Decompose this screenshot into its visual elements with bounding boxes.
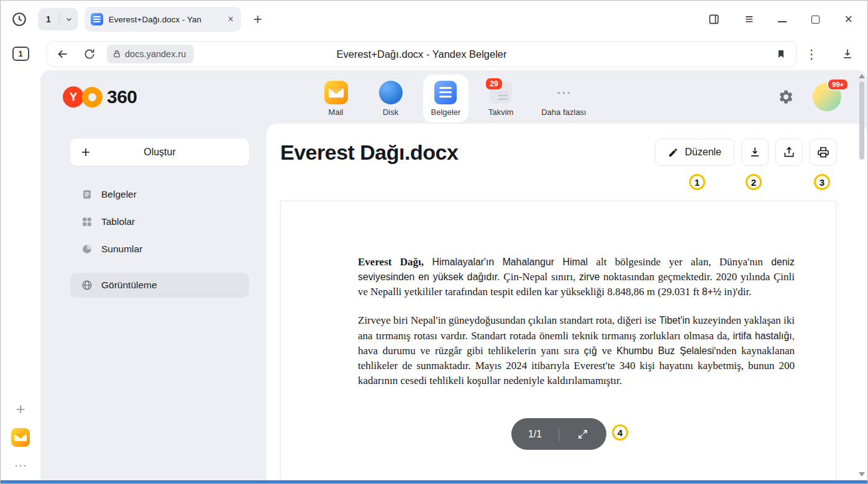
- document-panel: Everest Dağı.docx Düzenle: [267, 124, 867, 480]
- downloads-icon[interactable]: [841, 48, 854, 60]
- sidebar-item-presentations[interactable]: Sunumlar: [70, 237, 249, 262]
- sidebar-item-tables[interactable]: Tablolar: [70, 209, 249, 234]
- bookmark-icon[interactable]: [776, 48, 786, 60]
- yandex360-logo[interactable]: Y 360: [63, 86, 137, 107]
- strip-add-icon[interactable]: +: [16, 401, 25, 417]
- sidebar-item-label: Sunumlar: [101, 244, 142, 255]
- page-count: 1/1: [511, 429, 559, 440]
- download-icon: [749, 146, 761, 158]
- service-disk[interactable]: Disk: [368, 75, 413, 122]
- docs-favicon-icon: [91, 13, 103, 25]
- doc-paragraph: Everest Dağı, Himalayalar'ın Mahalangur …: [358, 255, 795, 299]
- tab-close-icon[interactable]: ×: [226, 14, 234, 25]
- browser-window: 1 Everest+Dağı.docx - Yan × + ≡ ×: [0, 0, 868, 484]
- close-button[interactable]: ×: [844, 12, 852, 26]
- settings-button[interactable]: [778, 89, 794, 105]
- url-chip[interactable]: docs.yandex.ru: [107, 45, 194, 63]
- sidebar-item-label: Tablolar: [101, 216, 135, 227]
- scrollbar-thumb[interactable]: [859, 81, 864, 160]
- edit-label: Düzenle: [685, 147, 721, 158]
- logo-y-icon: Y: [63, 86, 84, 107]
- tab-counter: 1: [38, 14, 59, 24]
- strip-more-icon[interactable]: ⋯: [14, 458, 27, 473]
- history-button[interactable]: [11, 11, 28, 28]
- download-button[interactable]: [741, 139, 769, 166]
- address-bar-row: docs.yandex.ru Everest+Dağı.docx - Yande…: [40, 38, 867, 70]
- plus-icon: [80, 147, 91, 158]
- document-header: Everest Dağı.docx Düzenle: [267, 124, 867, 166]
- scroll-up-icon[interactable]: [859, 74, 865, 78]
- window-controls: ≡ ×: [708, 12, 852, 26]
- more-dots-icon: ⋯: [556, 83, 571, 102]
- pie-chart-icon: [81, 244, 93, 255]
- service-label: Belgeler: [431, 107, 461, 117]
- browser-kebab-icon[interactable]: ⋮: [804, 47, 819, 62]
- logo-o-icon: [82, 87, 103, 107]
- service-mail[interactable]: Mail: [314, 75, 359, 122]
- new-tab-button[interactable]: +: [250, 12, 266, 27]
- omnibox[interactable]: docs.yandex.ru Everest+Dağı.docx - Yande…: [47, 41, 797, 67]
- url-text: docs.yandex.ru: [125, 49, 186, 59]
- doc-paragraph: Zirveye biri Nepal'in güneydoğusundan çı…: [358, 313, 795, 388]
- globe-icon: [81, 280, 93, 291]
- avatar[interactable]: 99+: [813, 83, 841, 111]
- sidebar-item-label: Görüntüleme: [101, 280, 157, 291]
- page-indicator-pill[interactable]: 1/1: [511, 418, 606, 450]
- logo-brand: 360: [107, 86, 137, 107]
- app-header: Y 360 Mail Disk Belgeler: [40, 70, 867, 124]
- documents-icon: [434, 81, 457, 104]
- expand-icon: [577, 429, 588, 440]
- menu-icon[interactable]: ≡: [745, 12, 753, 26]
- yandex360-app: Y 360 Mail Disk Belgeler: [40, 70, 867, 480]
- notification-badge: 99+: [827, 78, 849, 91]
- sidebar-item-label: Belgeler: [101, 189, 137, 200]
- calendar-icon: 29: [490, 81, 512, 104]
- sidebar-nav: Belgeler Tablolar Sunumlar: [40, 182, 267, 298]
- tab-title: Everest+Dağı.docx - Yan: [109, 15, 221, 24]
- browser-side-strip: 1 + ⋯: [1, 38, 40, 480]
- print-button[interactable]: [810, 139, 837, 166]
- sidebar: Oluştur Belgeler Tablolar: [40, 124, 267, 480]
- mail-icon: [324, 81, 348, 104]
- service-label: Takvim: [488, 107, 513, 117]
- annotation-marker-2: 2: [746, 174, 762, 190]
- table-icon: [81, 216, 93, 227]
- annotation-marker-4: 4: [612, 424, 628, 441]
- chevron-down-icon[interactable]: [60, 16, 78, 23]
- document-title: Everest Dağı.docx: [280, 140, 458, 165]
- lock-icon: [112, 50, 121, 58]
- minimize-button[interactable]: [778, 21, 787, 22]
- create-button[interactable]: Oluştur: [70, 139, 249, 166]
- service-more[interactable]: ⋯ Daha fazlası: [533, 75, 594, 122]
- fullscreen-button[interactable]: [559, 429, 606, 440]
- service-label: Disk: [383, 107, 398, 117]
- calendar-badge: 29: [486, 78, 501, 89]
- sidebar-item-viewing[interactable]: Görüntüleme: [70, 273, 249, 298]
- back-icon[interactable]: [56, 47, 70, 61]
- service-switcher: Mail Disk Belgeler 29 Takvim: [314, 75, 595, 122]
- share-icon: [783, 146, 795, 158]
- service-label: Daha fazlası: [541, 107, 586, 117]
- document-text: Everest Dağı, Himalayalar'ın Mahalangur …: [281, 201, 836, 388]
- gear-icon: [778, 89, 794, 105]
- annotation-marker-3: 3: [814, 174, 830, 190]
- tab-group-chip[interactable]: 1: [38, 8, 78, 30]
- clock-icon: [11, 11, 27, 27]
- share-button[interactable]: [775, 139, 803, 166]
- reload-icon[interactable]: [83, 48, 96, 60]
- service-calendar[interactable]: 29 Takvim: [478, 75, 523, 122]
- service-docs[interactable]: Belgeler: [423, 75, 469, 122]
- yandex-mail-icon[interactable]: [11, 428, 30, 447]
- edit-button[interactable]: Düzenle: [655, 139, 734, 166]
- disk-icon: [379, 81, 403, 104]
- maximize-button[interactable]: [811, 16, 820, 24]
- tab-count-badge[interactable]: 1: [12, 47, 29, 61]
- active-tab[interactable]: Everest+Dağı.docx - Yan ×: [85, 7, 241, 32]
- scrollbar[interactable]: [857, 71, 866, 479]
- scroll-down-icon[interactable]: [859, 472, 865, 477]
- side-panel-icon[interactable]: [708, 13, 720, 25]
- create-label: Oluştur: [70, 147, 249, 158]
- sidebar-item-documents[interactable]: Belgeler: [70, 182, 249, 207]
- pencil-icon: [668, 147, 678, 158]
- document-icon: [81, 189, 93, 200]
